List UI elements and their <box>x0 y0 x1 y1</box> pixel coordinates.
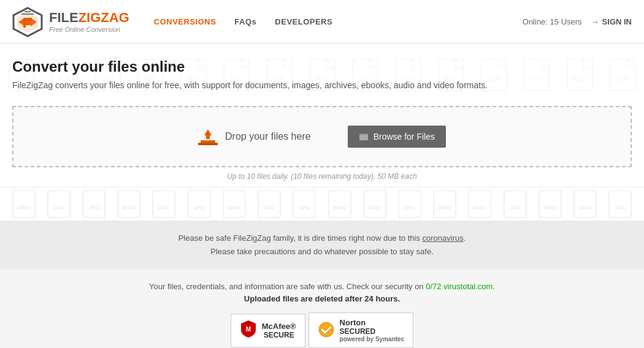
svg-rect-70 <box>609 191 631 218</box>
svg-rect-62 <box>469 191 491 218</box>
svg-rect-68 <box>574 191 596 218</box>
security-post: . <box>493 282 495 291</box>
safety-line2: Please take precautions and do whatever … <box>210 247 434 256</box>
svg-rect-58 <box>399 191 421 218</box>
svg-text:WMV: WMV <box>122 205 136 211</box>
svg-rect-36 <box>13 191 35 218</box>
main-nav: CONVERSIONS FAQs DEVELOPERS <box>154 17 523 26</box>
svg-text:DOC: DOC <box>158 205 171 211</box>
svg-rect-32 <box>201 140 215 143</box>
svg-text:JPG: JPG <box>615 205 626 211</box>
svg-rect-44 <box>153 191 175 218</box>
svg-text:WMV: WMV <box>228 205 241 211</box>
mcafee-badge: M McAfee® SECURE <box>231 314 305 347</box>
dropzone-section: Drop your files here Browse for Files Up… <box>0 106 644 187</box>
sign-in-icon: → <box>591 17 599 26</box>
header: FILEZIGZAG Free Online Conversion CONVER… <box>0 0 644 44</box>
svg-text:WMV: WMV <box>333 205 347 211</box>
drop-icon <box>198 127 218 146</box>
security-delete-notice: Uploaded files are deleted after 24 hour… <box>12 294 632 303</box>
safety-line1-post: . <box>464 233 466 243</box>
nav-conversions[interactable]: CONVERSIONS <box>154 17 217 26</box>
svg-text:DOC: DOC <box>53 205 66 211</box>
coronavirus-link[interactable]: coronavirus <box>423 233 464 243</box>
svg-rect-46 <box>188 191 210 218</box>
svg-rect-54 <box>329 191 351 218</box>
svg-text:JPG: JPG <box>510 205 521 211</box>
dropzone[interactable]: Drop your files here Browse for Files <box>12 106 632 167</box>
svg-text:M: M <box>246 326 251 333</box>
svg-text:DOC: DOC <box>369 205 381 211</box>
svg-rect-66 <box>539 191 561 218</box>
drop-text: Drop your files here <box>225 131 311 142</box>
norton-text: Norton SECURED powered by Symantec <box>340 318 405 342</box>
mcafee-shield-icon: M <box>240 319 257 342</box>
file-limit-text: Up to 10 files daily. (10 files remainin… <box>12 172 632 181</box>
security-text: Your files, credentials, and information… <box>12 282 632 291</box>
svg-rect-35 <box>359 134 368 140</box>
svg-text:JPG: JPG <box>404 205 415 211</box>
svg-rect-38 <box>48 191 70 218</box>
virustotal-link[interactable]: 0/72 virustotal.com <box>426 282 493 291</box>
svg-rect-64 <box>504 191 526 218</box>
logo-zigzag: ZIGZAG <box>79 10 129 25</box>
norton-sublabel: powered by Symantec <box>340 336 405 342</box>
security-section: Your files, credentials, and information… <box>0 270 644 348</box>
svg-rect-60 <box>434 191 456 218</box>
hero-title: Convert your files online <box>12 58 632 75</box>
safety-text: Please be safe FileZigZag family, it is … <box>12 232 632 259</box>
norton-check-icon <box>318 321 335 340</box>
svg-text:JPG: JPG <box>194 205 205 211</box>
svg-text:DOC: DOC <box>473 205 486 211</box>
logo-name: FILEZIGZAG <box>49 10 129 25</box>
logo-tagline: Free Online Conversion <box>49 26 129 33</box>
online-status: Online: 15 Users <box>523 17 582 26</box>
mcafee-text: McAfee® SECURE <box>262 322 296 339</box>
svg-text:JPG: JPG <box>299 205 310 211</box>
svg-rect-42 <box>118 191 140 218</box>
hero-section: PPT PDF GIF PPT PDF GIF PPT PDF GIF PPT … <box>0 44 644 106</box>
logo-file: FILE <box>49 10 79 25</box>
logo[interactable]: FILEZIGZAG Free Online Conversion <box>12 7 129 37</box>
logo-icon <box>12 7 43 37</box>
nav-faqs[interactable]: FAQs <box>234 17 256 26</box>
file-types-strip-bottom: WMV DOC JPG WMV DOC JPG WMV DOC JPG WMV … <box>0 187 644 221</box>
svg-text:DOC: DOC <box>263 205 276 211</box>
logo-text: FILEZIGZAG Free Online Conversion <box>49 10 129 32</box>
svg-text:WMV: WMV <box>17 205 31 211</box>
svg-text:WMV: WMV <box>543 205 557 211</box>
security-pre: Your files, credentials, and information… <box>149 282 426 291</box>
sign-in-label: SIGN IN <box>602 17 632 26</box>
norton-badge: Norton SECURED powered by Symantec <box>309 312 414 348</box>
browse-label: Browse for Files <box>374 132 435 142</box>
svg-rect-40 <box>83 191 105 218</box>
svg-text:DOC: DOC <box>579 205 592 211</box>
hero-subtitle: FileZigZag converts your files online fo… <box>12 80 632 90</box>
sign-in-button[interactable]: → SIGN IN <box>591 17 632 26</box>
svg-rect-48 <box>223 191 245 218</box>
svg-rect-52 <box>293 191 315 218</box>
svg-point-73 <box>319 322 334 337</box>
svg-text:WMV: WMV <box>438 205 451 211</box>
security-badges: M McAfee® SECURE Norton SECURED powered … <box>12 312 632 348</box>
svg-text:JPG: JPG <box>88 205 99 211</box>
header-right: Online: 15 Users → SIGN IN <box>523 17 632 26</box>
browse-button[interactable]: Browse for Files <box>348 126 446 148</box>
drop-label: Drop your files here <box>198 127 311 146</box>
svg-rect-50 <box>258 191 280 218</box>
svg-marker-33 <box>204 129 212 139</box>
nav-developers[interactable]: DEVELOPERS <box>275 17 332 26</box>
svg-rect-56 <box>364 191 386 218</box>
safety-line1-pre: Please be safe FileZigZag family, it is … <box>178 233 423 243</box>
safety-section: Please be safe FileZigZag family, it is … <box>0 221 644 270</box>
folder-icon <box>359 132 369 142</box>
svg-rect-34 <box>198 143 218 145</box>
